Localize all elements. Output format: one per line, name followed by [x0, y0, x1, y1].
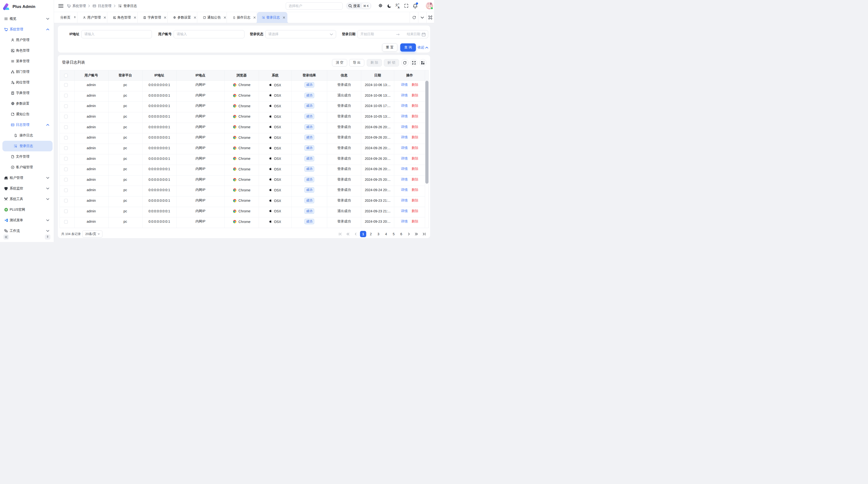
svg-text:DEV: DEV — [93, 5, 96, 6]
svg-text:DEV: DEV — [11, 124, 14, 126]
svg-text:A: A — [398, 6, 400, 9]
